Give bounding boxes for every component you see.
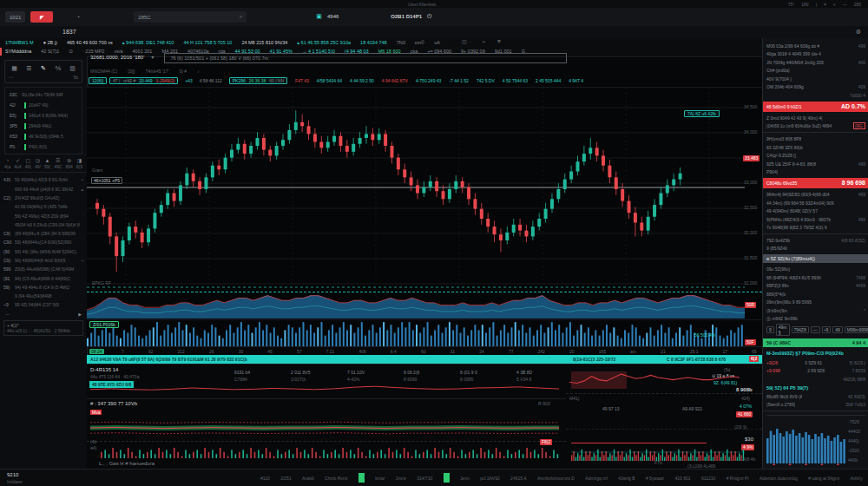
sidebar-menu-item[interactable]: (9294) (C5 49u4(M99 8 44(89(C: [0, 273, 87, 282]
rp-row[interactable]: 89u85 9b(6 8V9 (84Z 69Z3): [763, 392, 868, 401]
rp-value-row[interactable]: +9-9982 99 9Z87 8Z59: [763, 367, 868, 376]
sidebar-menu-item[interactable]: C9((89 49(94u 8 (Z84 (94 8 599(99: [0, 229, 87, 238]
status-item[interactable]: #110: [260, 476, 270, 481]
rp-row[interactable]: JN 7004g 440/M04 2m0g 209400: [763, 58, 868, 67]
clock-icon[interactable]: ◔: [72, 12, 83, 22]
status-item[interactable]: 423 801: [674, 476, 690, 481]
watchlist-item[interactable]: 03C9(L(8a 04v 79(49 94F: [5, 89, 82, 100]
ticker-icon[interactable]: ⌁: [482, 39, 485, 45]
rp-control-chip[interactable]: 49: [832, 326, 843, 333]
window-control[interactable]: —: [843, 2, 847, 7]
status-item[interactable]: # uang at 54gns: [808, 476, 839, 481]
window-control[interactable]: |: [816, 2, 817, 7]
status-item[interactable]: Avaldi: [302, 476, 314, 481]
rp-section-bar[interactable]: ≡ 5Z 9Z(4u (7(89mu4(): [763, 254, 868, 264]
gear-icon[interactable]: ⚙: [856, 29, 861, 36]
rp-row[interactable]: Ⓢ m94Z 9m99b: [763, 314, 868, 323]
order-box-3[interactable]: PK29626 36 3860 | NN: [229, 77, 287, 84]
sidebar-menu-item[interactable]: C9059) 48(M44u(C4 9(90(5Z(990: [0, 238, 87, 246]
rp-row[interactable]: 40V 9(7004 ): [763, 75, 868, 83]
rp-row[interactable]: 7d000 4: [763, 91, 868, 100]
rp-value-row[interactable]: +9(280 5Z9 615| 82(9 ): [763, 358, 868, 367]
sidebar-tool-7[interactable]: ◨8(9: [76, 158, 82, 169]
rp-row[interactable]: OM 204b 404 609g409: [763, 83, 868, 92]
rp-row[interactable]: 964m4) 94(9Z/83 (83(9 4(69 d04499: [763, 190, 868, 199]
rp-row[interactable]: 83 3Z/48 3ZX 83(b: [763, 143, 868, 152]
tool-icon-0[interactable]: ▦: [9, 63, 20, 73]
status-item[interactable]: 4Jwrlg B: [618, 476, 635, 481]
rp-success-bar[interactable]: 59 (C 989C4 94 4: [763, 338, 868, 348]
sidebar-menu-item[interactable]: (9059) 49( (94u (M54) 8(48 5294C): [0, 247, 87, 256]
rp-row[interactable]: (5wm9 u 2799)Zb8 7u9(3: [763, 401, 868, 410]
rp-row[interactable]: 79Z-9u4Z9b4(8 83-8(5Z): [763, 236, 868, 245]
sidebar-tool-5[interactable]: ☰49C: [54, 158, 62, 169]
rp-row[interactable]: M06 03a 2/99 64 609g do #499: [763, 42, 868, 50]
rp-row[interactable]: 9 (85/9Z4b: [763, 244, 868, 253]
rp-row[interactable]: P904): [763, 167, 868, 176]
rp-row[interactable]: (9 b9m(9m*: [763, 306, 868, 315]
sidebar-tool-6[interactable]: ⧉894: [65, 158, 72, 169]
rp-row[interactable]: C4(q/-9 Z0Z8 (): [763, 151, 868, 160]
sidebar-menu-item[interactable]: 49(94 b9 8 Z4u9 (C99 (94 9(4)4 8: [0, 220, 87, 229]
ticker-icon[interactable]: ◫ ·: [462, 39, 470, 45]
rp-row[interactable]: 88 (94P94( 4(8Z4 81/5 993K7499: [763, 273, 868, 282]
search-input[interactable]: 285C ⌕: [134, 11, 247, 23]
rp-control-chip[interactable]: —: [811, 326, 820, 333]
status-item[interactable]: # 5ywaaz: [646, 476, 664, 481]
status-item[interactable]: Admirgq mf: [585, 476, 608, 481]
window-control[interactable]: +: [833, 2, 836, 7]
rp-control-chip[interactable]: 49m §: [776, 324, 790, 336]
chart-subheader-item[interactable]: 0) #: [179, 69, 187, 74]
moon-icon[interactable]: ⏻: [427, 13, 432, 20]
rp-alert-banner[interactable]: 46 5d0m0 9 h0Z/1AD 0.7%: [763, 102, 868, 112]
rp-control-chip[interactable]: ▪9: [822, 326, 832, 333]
rp-row[interactable]: 889(5*4(b: [763, 290, 868, 299]
status-item[interactable]: 24615 A: [510, 476, 526, 481]
window-control[interactable]: 180: [801, 2, 808, 7]
sidebar-menu-item[interactable]: 59) 4Z 499u( 4Z(8 Z09 (894: [0, 211, 87, 220]
rp-control-chip[interactable]: M99m9998: [845, 326, 868, 333]
rp-control-chip[interactable]: 9: [766, 326, 774, 333]
rp-row[interactable]: 7v 9048(99 9(8Z 3 79/5Z 4(3) 9: [763, 223, 868, 232]
tool-icon-3[interactable]: ⅍: [52, 63, 63, 73]
rp-row[interactable]: 40ga 3018 4 4049 399 (de 4: [763, 50, 868, 59]
alert-annotation[interactable]: 7A) 8Z u6 42lb: [684, 110, 720, 117]
rp-row[interactable]: (04(69 1u (m9 604u9(e 0uZ) 4894(9G·: [763, 122, 868, 130]
rp-row[interactable]: Ch# (prd0a): [763, 67, 868, 76]
record-button[interactable]: ◤: [30, 11, 53, 23]
rp-row[interactable]: 09u 5Z(96u): [763, 265, 868, 273]
tool-icon-4[interactable]: ▥: [67, 63, 78, 73]
chart-subheader-item[interactable]: ♪: [197, 69, 200, 74]
rp-row[interactable]: 09m(9m(96u 9 89 5995: [763, 298, 868, 306]
ticker-icon[interactable]: ₸: [497, 39, 501, 45]
sidebar-menu-item[interactable]: 4J059 49(M4u) 4Z(9 8 9G 9(4d▪: [0, 175, 87, 184]
wallet-icon[interactable]: ▣: [316, 13, 322, 20]
status-item[interactable]: 611210: [701, 476, 715, 481]
status-item[interactable]: 314/710: [417, 476, 432, 481]
window-control[interactable]: 285: [854, 2, 861, 7]
order-box-2[interactable]: 47 |n/42 #20.4491-2949(2): [109, 77, 178, 84]
rp-row[interactable]: 9Z5 U& 25/F 8-4-83, 88(8499: [763, 160, 868, 168]
watchlist-item[interactable]: K5349 9u3(8) (094b 5: [5, 131, 82, 141]
sidebar-tool-3[interactable]: ◷49/: [35, 158, 41, 169]
sidebar-menu-item[interactable]: 59)94) 49 494u 8 (C4 9 (5 4M(2: [0, 283, 87, 292]
rp-row[interactable]: Z 0md 9049 4J 43 9( 40m) 4(: [763, 114, 868, 122]
status-item[interactable]: Amnbsfvimcenzo D: [537, 476, 575, 481]
tool-dot[interactable]: ▫ ▫: [9, 75, 13, 80]
watchlist-item[interactable]: 42/20d47 49): [5, 100, 82, 110]
rp-row[interactable]: 49 4(940m( 8048( 0Z(V 57: [763, 207, 868, 215]
sidebar-tool-1[interactable]: ✓4u4: [14, 158, 21, 169]
status-item[interactable]: Jenn: [460, 476, 470, 481]
status-item[interactable]: # Rntgnz Pi: [727, 476, 749, 481]
status-item[interactable]: AvbVy: [851, 476, 863, 481]
order-box-1[interactable]: 12(8)]: [89, 77, 107, 84]
rp-row[interactable]: 9(PM4u (48Z/4(9 4 90m3 · 9837b499: [763, 215, 868, 224]
tool-icon-2[interactable]: ✎: [38, 63, 49, 73]
chevron-down-icon[interactable]: ▾: [151, 55, 154, 61]
sidebar-tool-2[interactable]: ▢40(: [25, 158, 31, 169]
rp-alert-banner[interactable]: C8048u 69vd358 96 698: [763, 178, 868, 188]
sidebar-menu-item[interactable]: 690 69 44u4 (d4(9 8 9C 99(4Z▴: [0, 184, 87, 193]
chart-subheader-item[interactable]: MW2/M44 (C): [90, 69, 117, 74]
tool-icon-1[interactable]: ☰: [23, 63, 35, 73]
sidebar-menu-item[interactable]: 599Z9(8) 44u4(M098) (C48 5(49M: [0, 265, 87, 273]
